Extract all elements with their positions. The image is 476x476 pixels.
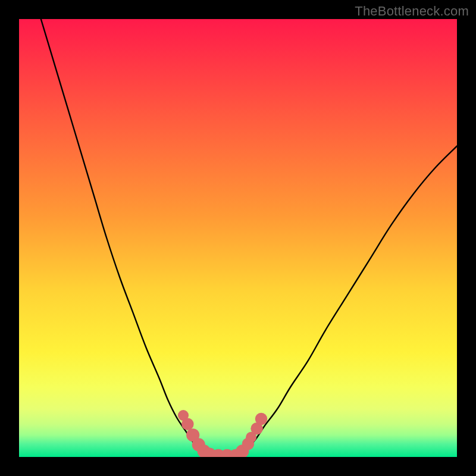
- marker-dot: [255, 413, 268, 425]
- marker-dot: [181, 418, 194, 431]
- chart-plot-area: [19, 19, 457, 457]
- chart-background: [19, 19, 457, 457]
- watermark-label: TheBottleneck.com: [355, 4, 469, 19]
- chart-svg: [19, 19, 457, 457]
